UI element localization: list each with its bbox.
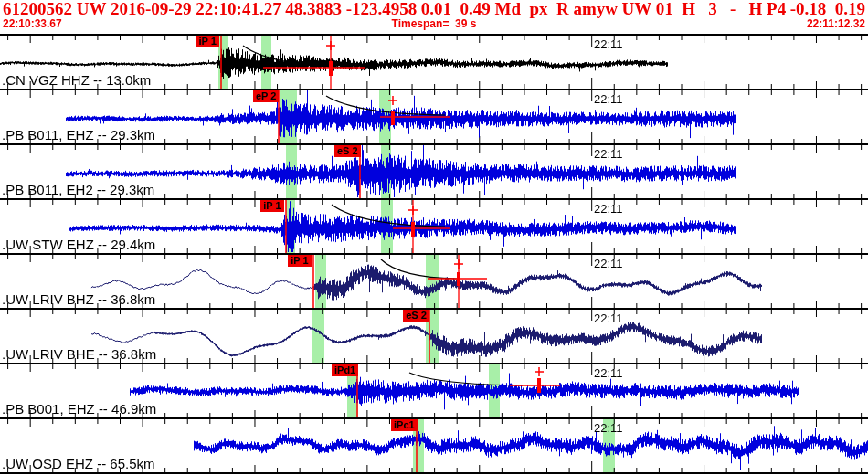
station-label: .CN VGZ HHZ -- 13.0km [2, 72, 151, 88]
timespan-label: Timespan= 39 s [392, 17, 477, 30]
seismogram-window: 61200562 UW 2016-09-29 22:10:41.27 48.38… [0, 0, 868, 475]
phase-pick-flag[interactable]: eP 2 [253, 90, 279, 102]
minute-time-label: 22:11 [594, 366, 623, 380]
minute-time-label: 22:11 [594, 421, 623, 435]
minute-time-label: 22:11 [594, 37, 623, 51]
phase-pick-flag[interactable]: eS 2 [334, 145, 361, 157]
phase-pick-flag[interactable]: iP 1 [288, 255, 312, 267]
station-label: .PB B001, EHZ -- 46.9km [2, 401, 156, 417]
window-end-time: 22:11:12.32 [807, 17, 865, 30]
phase-pick-flag[interactable]: eS 2 [403, 310, 429, 322]
window-start-time: 22:10:33.67 [3, 17, 62, 30]
station-label: .UW OSD EHZ -- 65.5km [2, 456, 155, 471]
minute-time-label: 22:11 [594, 147, 623, 161]
minute-time-label: 22:11 [594, 257, 623, 270]
station-label: .PB B011, EH2 -- 29.3km [2, 182, 154, 197]
station-label: .PB B011, EHZ -- 29.3km [2, 127, 155, 142]
station-label: .UW LRIV BHZ -- 36.8km [2, 291, 155, 307]
event-location: 48.3883 -123.4958 [285, 0, 417, 19]
phase-pick-flag[interactable]: iP 1 [260, 200, 284, 212]
event-residuals: -0.18 0.19 [790, 0, 865, 19]
phase-pick-flag[interactable]: iPd1 [332, 364, 358, 376]
phase-pick-flag[interactable]: iP 1 [196, 36, 219, 48]
event-model-info: UW 01 H 3 - H P4 [622, 0, 787, 19]
minute-time-label: 22:11 [594, 311, 623, 325]
phase-pick-flag[interactable]: iPc1 [391, 419, 418, 431]
station-label: .UW LRIV BHE -- 36.8km [2, 346, 156, 362]
event-id-origin: 61200562 UW 2016-09-29 22:10:41.27 [3, 0, 281, 19]
event-header: 61200562 UW 2016-09-29 22:10:41.27 48.38… [0, 0, 868, 19]
station-label: .UW STW EHZ -- 29.4km [2, 237, 155, 252]
minute-time-label: 22:11 [594, 202, 623, 216]
minute-time-label: 22:11 [594, 92, 623, 106]
event-magnitude-info: 0.01 0.49 Md px R amyw [421, 0, 618, 19]
